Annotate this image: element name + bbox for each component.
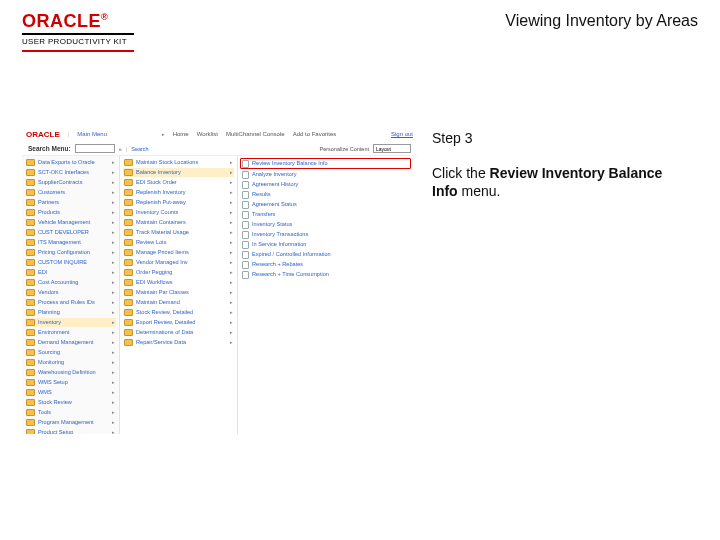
menu-item[interactable]: WMS▸ [25,388,116,397]
menu-item[interactable]: Replenish Inventory▸ [123,188,234,197]
menu-item[interactable]: Vehicle Management▸ [25,218,116,227]
chevron-right-icon: ▸ [230,308,233,317]
menu-item[interactable]: Stock Review, Detailed▸ [123,308,234,317]
search-go-icon[interactable]: » [119,146,122,152]
folder-icon [26,409,35,416]
menu-item[interactable]: Expired / Controlled Information [241,250,410,259]
menu-item[interactable]: Maintain Demand▸ [123,298,234,307]
chevron-right-icon: ▸ [230,258,233,267]
menu-item[interactable]: EDI▸ [25,268,116,277]
menu-item[interactable]: Cost Accounting▸ [25,278,116,287]
worklist-link[interactable]: Worklist [197,131,218,137]
menu-item[interactable]: Manage Priced Items▸ [123,248,234,257]
menu-item[interactable]: Repair/Service Data▸ [123,338,234,347]
menu-item[interactable]: Maintain Par Classes▸ [123,288,234,297]
menu-item[interactable]: Inventory Transactions [241,230,410,239]
nav-column-1: Data Exports to Oracle▸SCT-OKC Interface… [22,156,120,434]
menu-item[interactable]: Data Exports to Oracle▸ [25,158,116,167]
menu-item-label: Balance Inventory [136,168,181,177]
fav-link[interactable]: Add to Favorites [293,131,337,137]
menu-item[interactable]: Review Lots▸ [123,238,234,247]
instruction-panel: Step 3 Click the Review Inventory Balanc… [432,130,690,200]
menu-item[interactable]: Inventory Counts▸ [123,208,234,217]
chevron-right-icon: ▸ [112,178,115,187]
menu-item-label: Maintain Containers [136,218,186,227]
menu-item-label: SCT-OKC Interfaces [38,168,89,177]
menu-item[interactable]: Vendors▸ [25,288,116,297]
menu-item[interactable]: Inventory▸ [25,318,116,327]
menu-item[interactable]: Determinations of Data▸ [123,328,234,337]
menu-item[interactable]: Maintain Containers▸ [123,218,234,227]
menu-item[interactable]: Maintain Stock Locations▸ [123,158,234,167]
folder-icon [124,229,133,236]
menu-item[interactable]: Demand Management▸ [25,338,116,347]
chevron-right-icon: ▸ [112,368,115,377]
chevron-right-icon: ▸ [112,378,115,387]
menu-item[interactable]: Agreement Status [241,200,410,209]
file-icon [242,221,249,229]
folder-icon [26,229,35,236]
chevron-right-icon: ▸ [112,198,115,207]
menu-item[interactable]: Pricing Configuration▸ [25,248,116,257]
personalize-select[interactable] [373,144,411,153]
menu-item[interactable]: Planning▸ [25,308,116,317]
chevron-right-icon: ▸ [230,228,233,237]
signout-link[interactable]: Sign out [391,131,413,137]
file-icon [242,181,249,189]
menu-item[interactable]: Products▸ [25,208,116,217]
highlighted-target[interactable]: Review Inventory Balance Info [240,158,411,169]
menu-item[interactable]: EDI Stock Order▸ [123,178,234,187]
menu-item[interactable]: Environment▸ [25,328,116,337]
file-icon [242,191,249,199]
menu-item-label: Monitoring [38,358,64,367]
chevron-right-icon: ▸ [112,168,115,177]
menu-item-label: CUSTOM INQUIRE [38,258,87,267]
search-link[interactable]: Search [131,146,148,152]
folder-icon [124,339,133,346]
menu-item[interactable]: Partners▸ [25,198,116,207]
main-menu-link[interactable]: Main Menu [77,131,107,137]
folder-icon [26,159,35,166]
home-link[interactable]: Home [173,131,189,137]
menu-item[interactable]: CUST DEVELOPER▸ [25,228,116,237]
menu-item[interactable]: Sourcing▸ [25,348,116,357]
menu-item[interactable]: Track Material Usage▸ [123,228,234,237]
mcc-link[interactable]: MultiChannel Console [226,131,285,137]
menu-item[interactable]: Vendor Managed Inv▸ [123,258,234,267]
folder-icon [26,319,35,326]
menu-item[interactable]: EDI Workflows▸ [123,278,234,287]
menu-item[interactable]: WMS Setup▸ [25,378,116,387]
menu-item[interactable]: SupplierContracts▸ [25,178,116,187]
menu-item[interactable]: Research + Rebates [241,260,410,269]
menu-item[interactable]: Analyze Inventory [241,170,410,179]
menu-item[interactable]: Replenish Put-away▸ [123,198,234,207]
menu-item[interactable]: Warehousing Definition▸ [25,368,116,377]
menu-item[interactable]: Customers▸ [25,188,116,197]
menu-item-label: Process and Rules IDs [38,298,95,307]
menu-item[interactable]: Results [241,190,410,199]
menu-item[interactable]: Review Inventory Balance Info [241,159,410,168]
personalize-label: Personalize Content [319,146,369,152]
menu-item[interactable]: Export Review, Detailed▸ [123,318,234,327]
menu-item-label: Inventory [38,318,61,327]
menu-item[interactable]: Transfers [241,210,410,219]
menu-item[interactable]: Research + Time Consumption [241,270,410,279]
menu-item[interactable]: ITS Management▸ [25,238,116,247]
menu-item[interactable]: Monitoring▸ [25,358,116,367]
menu-item[interactable]: Product Setup▸ [25,428,116,434]
menu-item[interactable]: Tools▸ [25,408,116,417]
menu-item[interactable]: Agreement History [241,180,410,189]
menu-item[interactable]: Stock Review▸ [25,398,116,407]
menu-item[interactable]: SCT-OKC Interfaces▸ [25,168,116,177]
menu-item[interactable]: In Service Information [241,240,410,249]
search-input[interactable] [75,144,115,153]
menu-item[interactable]: CUSTOM INQUIRE▸ [25,258,116,267]
menu-item[interactable]: Process and Rules IDs▸ [25,298,116,307]
menu-item-label: Inventory Counts [136,208,178,217]
folder-icon [26,189,35,196]
menu-item[interactable]: Order Pegging▸ [123,268,234,277]
logo-rule-black [22,33,134,35]
menu-item[interactable]: Inventory Status [241,220,410,229]
menu-item[interactable]: Program Management▸ [25,418,116,427]
menu-item[interactable]: Balance Inventory▸ [123,168,234,177]
